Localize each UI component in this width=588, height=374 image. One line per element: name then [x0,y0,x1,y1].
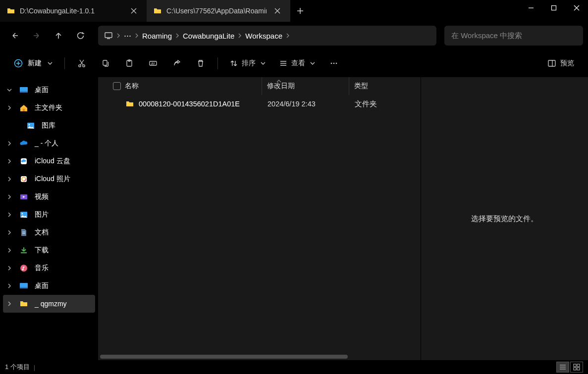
svg-rect-30 [577,364,580,367]
horizontal-scrollbar[interactable] [98,353,421,360]
sidebar-item-onedrive[interactable]: _ - 个人 [3,135,95,152]
tab-0[interactable]: D:\CowabungaLite-1.0.1 [0,0,147,22]
copy-button[interactable] [96,54,115,72]
chevron-right-icon[interactable] [285,33,290,38]
back-button[interactable] [5,26,25,46]
sort-button[interactable]: 排序 [225,54,270,72]
svg-text:A: A [151,62,154,65]
chevron-right-icon[interactable] [237,33,242,38]
sidebar-item-icloud-photos[interactable]: iCloud 照片 [3,170,95,188]
paste-button[interactable] [119,54,139,72]
column-date[interactable]: 修改日期 [262,77,349,95]
scrollbar-thumb[interactable] [100,355,348,359]
address-bar[interactable]: ⋯ Roaming CowabungaLite Workspace [98,26,436,46]
minimize-button[interactable] [520,0,542,16]
sidebar-item-documents[interactable]: 文档 [3,224,95,241]
column-name[interactable]: 名称 [108,77,262,95]
close-icon[interactable] [128,5,140,17]
new-button[interactable]: 新建 [9,54,57,72]
sidebar-item-desktop-top[interactable]: 桌面 [3,81,95,99]
select-all-checkbox[interactable] [113,82,121,90]
thumbnails-view-button[interactable] [570,362,583,373]
desktop-icon [19,85,29,95]
chevron-right-icon[interactable] [175,33,180,38]
close-icon[interactable] [271,5,283,17]
sidebar-item-home[interactable]: 主文件夹 [3,99,95,117]
sidebar-item-video[interactable]: 视频 [3,188,95,206]
refresh-button[interactable] [70,26,90,46]
sidebar-item-label: 图库 [42,121,55,130]
folder-icon [7,7,15,15]
window-controls [520,0,588,22]
svg-point-11 [333,62,335,64]
view-button[interactable]: 查看 [274,54,320,72]
maximize-button[interactable] [542,0,565,16]
breadcrumb-ellipsis[interactable]: ⋯ [124,31,131,40]
sidebar-item-pictures[interactable]: 图片 [3,206,95,224]
toolbar: 新建 A 排序 查看 预览 [0,49,588,77]
gallery-icon [26,121,36,131]
search-input[interactable]: 在 Workspace 中搜索 [444,26,583,46]
svg-rect-13 [548,60,555,66]
new-tab-button[interactable] [293,4,307,18]
sort-label: 排序 [242,59,256,68]
sidebar-item-label: _ qgmzmy [35,300,67,308]
chevron-down-icon [310,61,315,66]
navigation-bar: ⋯ Roaming CowabungaLite Workspace 在 Work… [0,22,588,49]
chevron-down-icon [261,61,266,66]
desktop-icon [19,281,29,291]
svg-point-25 [22,213,23,215]
sidebar: 桌面 主文件夹图库_ - 个人iCloud 云盘iCloud 照片视频图片文档下… [0,77,98,360]
main-area: 桌面 主文件夹图库_ - 个人iCloud 云盘iCloud 照片视频图片文档下… [0,77,588,360]
sidebar-item-label: iCloud 照片 [35,175,70,184]
svg-point-18 [29,124,30,126]
cut-button[interactable] [72,54,92,72]
share-button[interactable] [167,54,187,72]
sidebar-item-label: 桌面 [35,281,49,290]
file-date: 2024/6/19 2:43 [262,100,349,108]
forward-button[interactable] [27,26,47,46]
new-label: 新建 [28,59,42,68]
delete-button[interactable] [191,54,211,72]
chevron-down-icon [48,61,53,66]
preview-label: 预览 [560,59,574,68]
music-icon [19,263,29,273]
chevron-right-icon[interactable] [116,33,121,38]
preview-pane: 选择要预览的文件。 [421,77,588,360]
sidebar-item-folder[interactable]: _ qgmzmy [3,295,95,313]
more-button[interactable] [324,54,344,72]
sidebar-item-label: 视频 [35,192,49,201]
svg-rect-32 [577,368,580,370]
chevron-right-icon[interactable] [134,33,139,38]
table-row[interactable]: 00008120-0014356021D1A01E2024/6/19 2:43文… [98,95,421,113]
svg-rect-31 [574,368,576,370]
up-button[interactable] [49,26,68,46]
rename-button[interactable]: A [143,54,163,72]
details-view-button[interactable] [556,362,569,373]
new-tab [290,0,310,22]
close-button[interactable] [565,0,588,16]
column-type[interactable]: 类型 [349,77,408,95]
column-headers: 名称 修改日期 类型 [98,77,421,95]
chevron-right-icon [6,266,13,271]
sidebar-item-desktop[interactable]: 桌面 [3,277,95,295]
sidebar-item-label: 文档 [35,228,49,237]
tab-title: C:\Users\77562\AppData\Roaming [166,7,267,15]
video-icon [19,192,29,202]
svg-rect-0 [552,6,556,10]
breadcrumb-item[interactable]: Workspace [245,32,282,40]
sidebar-item-icloud[interactable]: iCloud 云盘 [3,152,95,170]
sidebar-item-downloads[interactable]: 下载 [3,241,95,259]
onedrive-icon [19,139,29,148]
tab-1[interactable]: C:\Users\77562\AppData\Roaming [147,0,290,22]
breadcrumb-item[interactable]: CowabungaLite [183,32,234,40]
sidebar-item-label: iCloud 云盘 [35,157,70,166]
chevron-right-icon [6,141,13,146]
view-mode-switcher [556,362,583,373]
file-type: 文件夹 [349,99,408,109]
preview-button[interactable]: 预览 [542,54,579,72]
svg-rect-5 [103,60,107,65]
breadcrumb-item[interactable]: Roaming [142,32,172,40]
sidebar-item-gallery[interactable]: 图库 [3,117,95,135]
sidebar-item-music[interactable]: 音乐 [3,259,95,277]
